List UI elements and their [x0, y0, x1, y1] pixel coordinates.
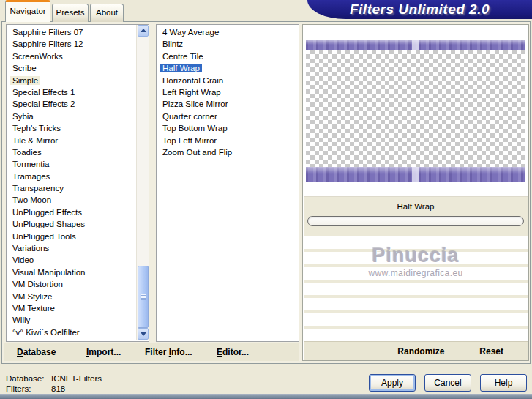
- list-item[interactable]: Video: [10, 254, 134, 266]
- watermark-name: Pinuccia: [304, 245, 528, 267]
- list-item[interactable]: Scribe: [10, 62, 134, 74]
- scroll-down-button[interactable]: [138, 328, 149, 340]
- parameter-name: Half Wrap: [304, 197, 528, 211]
- list-item[interactable]: Top Bottom Wrap: [160, 122, 296, 134]
- list-item[interactable]: Half Wrap: [160, 62, 296, 74]
- list-item[interactable]: Transparency: [10, 182, 134, 194]
- randomize-button[interactable]: Randomize: [397, 346, 444, 357]
- scrollbar-thumb[interactable]: [138, 266, 149, 328]
- tab-about[interactable]: About: [90, 4, 124, 22]
- preview-action-bar: Randomize Reset: [304, 341, 528, 360]
- list-item[interactable]: Visual Manipulation: [10, 266, 134, 278]
- category-list[interactable]: Sapphire Filters 07Sapphire Filters 12Sc…: [6, 24, 149, 342]
- apply-button[interactable]: Apply: [369, 374, 416, 392]
- list-item[interactable]: Tramages: [10, 171, 134, 182]
- list-item[interactable]: Top Left Mirror: [160, 135, 296, 146]
- scroll-down-icon: [141, 332, 146, 336]
- cancel-button[interactable]: Cancel: [424, 374, 471, 392]
- list-item[interactable]: Sapphire Filters 12: [10, 38, 134, 50]
- scroll-up-icon: [141, 29, 146, 32]
- list-item[interactable]: VM Texture: [10, 302, 134, 314]
- list-item[interactable]: Two Moon: [10, 194, 134, 206]
- editor-button[interactable]: Editor...: [217, 343, 249, 361]
- list-item[interactable]: Blintz: [160, 38, 296, 50]
- list-item[interactable]: Pizza Slice Mirror: [160, 98, 296, 110]
- list-item[interactable]: Tormentia: [10, 158, 134, 170]
- filters-count-value: 818: [51, 384, 65, 394]
- import-button[interactable]: Import...: [86, 343, 121, 361]
- list-item[interactable]: Special Effects 1: [10, 86, 134, 98]
- list-item[interactable]: Teph's Tricks: [10, 122, 134, 134]
- list-item[interactable]: Centre Tile: [160, 51, 296, 62]
- database-toolbar: Database Import... Filter Info... Editor…: [4, 343, 299, 361]
- reset-button[interactable]: Reset: [479, 346, 503, 357]
- list-item[interactable]: 4 Way Average: [160, 26, 296, 38]
- help-button[interactable]: Help: [480, 374, 527, 392]
- list-item[interactable]: UnPlugged Shapes: [10, 218, 134, 230]
- window-bottom-edge: [0, 394, 532, 399]
- tab-presets[interactable]: Presets: [52, 4, 89, 22]
- list-item[interactable]: Zoom Out and Flip: [160, 146, 296, 158]
- watermark: Pinuccia www.maidiregrafica.eu: [304, 245, 528, 278]
- category-list-scrollbar[interactable]: [136, 25, 149, 340]
- list-item[interactable]: Quarter corner: [160, 111, 296, 122]
- filter-list[interactable]: 4 Way AverageBlintzCentre TileHalf WrapH…: [156, 24, 299, 342]
- filters-unlimited-window: Filters Unlimited 2.0 Navigator Presets …: [0, 0, 532, 399]
- list-item[interactable]: Simple: [10, 75, 134, 86]
- preview-transparency-checker: [306, 50, 525, 167]
- database-button[interactable]: Database: [17, 343, 56, 361]
- tab-navigator[interactable]: Navigator: [5, 0, 50, 22]
- list-item[interactable]: Special Effects 2: [10, 98, 134, 110]
- watermark-url: www.maidiregrafica.eu: [304, 268, 528, 278]
- list-item[interactable]: UnPlugged Tools: [10, 231, 134, 242]
- list-item[interactable]: Toadies: [10, 146, 134, 158]
- list-item[interactable]: Sapphire Filters 07: [10, 26, 134, 38]
- empty-parameter-rows: Pinuccia www.maidiregrafica.eu: [304, 236, 528, 341]
- database-status-value: ICNET-Filters: [51, 373, 102, 384]
- scrollbar-grip-icon: [141, 294, 146, 300]
- preview-image-bottom-band: [306, 167, 525, 182]
- list-item[interactable]: Variations: [10, 242, 134, 254]
- list-item[interactable]: Horizontal Grain: [160, 75, 296, 86]
- list-item[interactable]: VM Distortion: [10, 278, 134, 290]
- list-item[interactable]: Tile & Mirror: [10, 135, 134, 146]
- list-item[interactable]: ScreenWorks: [10, 51, 134, 62]
- database-status-label: Database:: [6, 373, 44, 384]
- list-item[interactable]: Sybia: [10, 111, 134, 122]
- preview-image-top-band: [306, 40, 525, 50]
- scroll-up-button[interactable]: [138, 25, 149, 37]
- preview-panel: Half Wrap Pinuccia www.maidiregrafica.eu…: [302, 24, 529, 361]
- parameter-slider[interactable]: [307, 216, 524, 226]
- filter-info-button[interactable]: Filter Info...: [145, 343, 192, 361]
- list-item[interactable]: Willy: [10, 314, 134, 326]
- window-title: Filters Unlimited 2.0: [307, 0, 532, 19]
- list-item[interactable]: °v° Kiwi`s Oelfilter: [10, 327, 134, 338]
- list-item[interactable]: UnPlugged Effects: [10, 206, 134, 218]
- list-item[interactable]: VM Stylize: [10, 291, 134, 302]
- list-item[interactable]: Left Right Wrap: [160, 86, 296, 98]
- filters-count-label: Filters:: [6, 384, 31, 394]
- parameter-block: Half Wrap: [304, 196, 528, 237]
